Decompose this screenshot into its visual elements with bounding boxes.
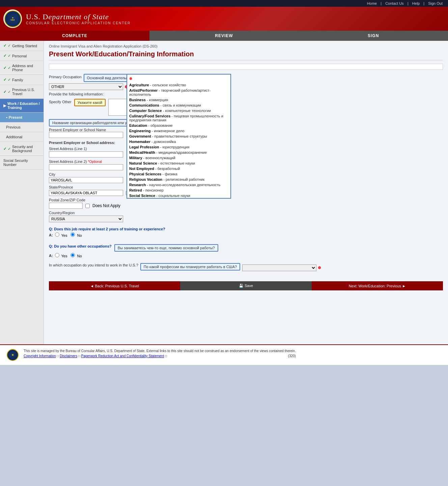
sidebar-label: Previous U.S. Travel [12,88,40,96]
other-occ-section: Q: Do you have other occupations? Вы зан… [49,244,443,258]
sidebar-subitem-previous[interactable]: Previous [0,122,44,132]
sidebar-item-prev-travel[interactable]: ✓ Previous U.S. Travel [0,85,44,99]
occ-item-education[interactable]: Education - образование [129,123,228,128]
other-occ-yes-radio[interactable] [55,253,59,257]
tab-sign[interactable]: SIGN [299,31,448,41]
occ-item-retired[interactable]: Retired - пенсионер [129,188,228,193]
sidebar: ✓ Getting Started ✓ Personal ✓ Address a… [0,41,44,344]
country-label: Country/Region [49,211,443,215]
sidebar-item-personal[interactable]: ✓ Personal [0,51,44,61]
occ-item-business[interactable]: Business - коммерция [129,97,228,103]
training-no-radio[interactable] [71,232,75,237]
nav-contact[interactable]: Contact Us [385,1,403,5]
postal-input[interactable] [49,203,83,209]
next-button[interactable]: Next: Work/Education: Previous ► [312,281,443,290]
street1-input[interactable] [49,151,123,158]
checkmark-icon: ✓ [8,54,11,58]
footer-copyright-link[interactable]: Copyright Information [24,354,56,358]
occ-item-cs[interactable]: Computer Science - компьютерные технолог… [129,108,228,113]
city-row: City [49,172,443,183]
other-occ-q-label: Q: Do you have other occupations? [49,244,112,248]
primary-occ-label: Primary Occupation [49,75,82,79]
specify-other-tooltip: Укажите какой [74,99,106,106]
footer-disclaimers-link[interactable]: Disclaimers [60,354,77,358]
other-occ-no-radio[interactable] [71,253,75,257]
intend-select[interactable] [242,264,316,271]
occ-item-culinary[interactable]: Culinary/Food Services - пищевая промышл… [129,113,228,123]
sidebar-item-ssn[interactable]: Social Security Number [0,156,44,170]
nav-help[interactable]: Help [412,1,420,5]
sidebar-label: Security and Background [12,145,40,153]
sidebar-label: Family [12,78,23,82]
footer-paperwork-link[interactable]: Paperwork Reduction Act and Confidential… [81,354,164,358]
other-occ-a-label: A: [49,254,53,258]
dept-name: U.S. Department of State [26,12,131,21]
occ-item-communications[interactable]: Communications - связь и коммуникации [129,103,228,108]
sidebar-subitem-additional[interactable]: Additional [0,132,44,142]
occ-item-natural-sci[interactable]: Natural Science - естественные науки [129,161,228,166]
employer-input[interactable] [49,132,123,138]
occ-item-military[interactable]: Military - военнослужащий [129,155,228,161]
occ-item-government[interactable]: Government - правительственные структуры [129,134,228,139]
optional-marker: *Optional [88,160,102,164]
sidebar-item-address[interactable]: ✓ Address and Phone [0,61,44,75]
page-title: Present Work/Education/Training Informat… [49,50,443,60]
country-select[interactable]: RUSSIA [49,216,123,222]
sidebar-item-security[interactable]: ✓ Security and Background [0,142,44,156]
sidebar-label: Additional [6,135,22,139]
intend-label: In which occupation do you intend to wor… [49,263,138,267]
bullet-icon: • [6,115,7,119]
occ-item-religious[interactable]: Religious Vocation - религиозный работни… [129,177,228,182]
save-button[interactable]: 💾 Save [180,281,311,290]
specify-other-label: Specify Other [49,100,72,104]
occ-item-medical[interactable]: Medical/Health - медицина/здравоохранени… [129,150,228,155]
checkmark-icon: ✓ [8,78,11,82]
occ-item-not-employed[interactable]: Not Employed - безработный [129,166,228,171]
country-row: Country/Region RUSSIA [49,211,443,222]
training-radio-group: Yes No [55,232,82,237]
street2-input[interactable] [49,164,123,170]
occ-item-research[interactable]: Research - научно-исследовательская деят… [129,182,228,188]
occ-item-physical-sci[interactable]: Physical Sciences - физика [129,171,228,177]
nav-signout[interactable]: Sign Out [428,1,443,5]
occ-item-artist[interactable]: Artist/Performer - творческий работник/а… [129,88,228,97]
occ-item-legal[interactable]: Legal Profession - юриспруденция [129,144,228,150]
occupation-dropdown-list: ✽ Agriculture - сельское хозяйство Artis… [127,74,231,199]
employer-label: Present Employer or School Name [49,128,443,132]
street1-label: Street Address (Line 1) [49,147,443,151]
postal-row: Postal Zone/ZIP Code Does Not Apply [49,198,443,209]
back-button[interactable]: ◄ Back: Previous U.S. Travel [49,281,180,290]
footer-links: Copyright Information □ Disclaimers □ Pa… [24,354,296,358]
occ-item-social-sci[interactable]: Social Science - социальные науки [129,193,228,198]
occ-item-agriculture[interactable]: Agriculture - сельское хозяйство [129,82,228,88]
occ-item-student[interactable]: Student - студент [129,198,228,199]
header-title: U.S. Department of State CONSULAR ELECTR… [26,12,131,25]
state-input[interactable] [49,190,123,196]
nav-home[interactable]: Home [367,1,377,5]
intend-section: In which occupation do you intend to wor… [49,263,443,271]
sidebar-label: Work / Education / Training [7,102,40,110]
content-area: Online Immigrant Visa and Alien Registra… [44,41,448,344]
address-section-label: Present Employer or School address: [49,141,443,145]
seal-text: ★USA [10,17,15,21]
occ-item-engineering[interactable]: Engineering - инженерное дело [129,128,228,134]
training-yes-radio[interactable] [55,232,59,237]
other-occ-no-label: No [71,253,82,258]
sidebar-item-getting-started[interactable]: ✓ Getting Started [0,41,44,51]
postal-dna-checkbox[interactable] [85,204,90,208]
occ-item-homemaker[interactable]: Homemaker - домохозяйка [129,139,228,144]
tab-review[interactable]: REVIEW [149,31,299,41]
other-occ-yes-label: Yes [55,253,67,258]
occupation-select[interactable]: OTHER Agriculture Artist/Performer Busin… [49,83,123,90]
training-a-label: A: [49,233,53,237]
tab-complete[interactable]: COMPLETE [0,31,149,41]
sidebar-item-family[interactable]: ✓ Family [0,75,44,85]
state-row: State/Province Does Not Apply [49,185,443,196]
footer-text: This site is managed by the Bureau of Co… [24,349,296,353]
street2-row: Street Address (Line 2) *Optional [49,160,443,170]
sidebar-item-work[interactable]: ▶ Work / Education / Training [0,99,44,113]
city-input[interactable] [49,177,123,183]
sidebar-subitem-present[interactable]: • Present [0,113,44,122]
footer-seal: ★ [7,349,19,361]
main-container: ✓ Getting Started ✓ Personal ✓ Address a… [0,41,448,344]
